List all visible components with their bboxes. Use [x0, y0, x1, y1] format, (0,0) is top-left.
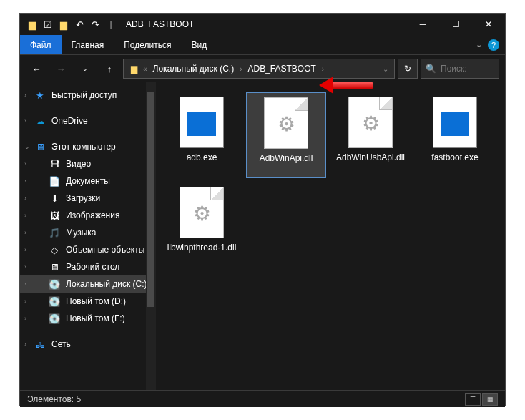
window-controls: ─ ☐ ✕: [406, 14, 505, 35]
dll-icon: ⚙: [180, 187, 224, 238]
sidebar-item[interactable]: › 🖼 Изображения: [20, 207, 156, 224]
sidebar-item[interactable]: › ◇ Объемные объекты: [20, 241, 156, 258]
tab-home[interactable]: Главная: [62, 35, 114, 54]
address-bar[interactable]: ▆ « Локальный диск (C:) › ADB_FASTBOOT ›…: [123, 59, 395, 79]
sidebar-item[interactable]: › 💽 Новый том (D:): [20, 293, 156, 310]
expand-icon[interactable]: ›: [24, 315, 26, 322]
maximize-button[interactable]: ☐: [439, 14, 472, 35]
properties-icon[interactable]: ☑: [40, 16, 56, 32]
redo-icon[interactable]: ↷: [87, 16, 103, 32]
sidebar-item[interactable]: › 🎵 Музыка: [20, 224, 156, 241]
file-item[interactable]: ⚙AdbWinApi.dll: [246, 92, 326, 178]
tab-view[interactable]: Вид: [181, 35, 217, 54]
tab-share[interactable]: Поделиться: [114, 35, 181, 54]
sidebar-item-label: Объемные объекты: [66, 245, 144, 255]
qat-dropdown-icon[interactable]: |: [103, 16, 119, 32]
file-item[interactable]: adb.exe: [162, 92, 242, 178]
address-dropdown-icon[interactable]: ⌄: [383, 65, 391, 73]
minimize-button[interactable]: ─: [406, 14, 439, 35]
expand-icon[interactable]: ›: [24, 263, 26, 270]
close-button[interactable]: ✕: [472, 14, 505, 35]
folder-icon: ▆: [24, 16, 40, 32]
item-icon: 💽: [49, 278, 60, 290]
nav-forward-button[interactable]: →: [50, 59, 72, 79]
computer-icon: 🖥: [34, 141, 46, 152]
explorer-window: ▆ ☑ ▆ ↶ ↷ | ADB_FASTBOOT ─ ☐ ✕ Файл Глав…: [19, 13, 506, 406]
nav-recent-dropdown[interactable]: ⌄: [74, 59, 96, 79]
expand-icon[interactable]: ›: [24, 117, 26, 124]
sidebar-item[interactable]: › 🖥 Рабочий стол: [20, 258, 156, 275]
search-placeholder: Поиск:: [441, 64, 467, 74]
sidebar-item-label: Быстрый доступ: [51, 90, 117, 100]
view-details-button[interactable]: ☰: [465, 393, 481, 406]
view-icons-button[interactable]: ▦: [482, 393, 498, 406]
breadcrumb-chevron-icon: ›: [238, 65, 243, 73]
expand-icon[interactable]: ›: [24, 92, 26, 99]
expand-icon[interactable]: ›: [24, 246, 26, 253]
nav-back-button[interactable]: ←: [26, 59, 47, 79]
sidebar-item-label: Новый том (F:): [66, 313, 125, 323]
network-icon: 🖧: [34, 338, 46, 350]
sidebar-item-label: Видео: [66, 159, 91, 169]
expand-icon[interactable]: ›: [24, 195, 26, 202]
sidebar-item-label: Сеть: [51, 339, 71, 349]
scrollbar-thumb[interactable]: [147, 92, 154, 307]
breadcrumb-folder-icon[interactable]: ▆: [127, 64, 142, 74]
ribbon-expand-icon[interactable]: ⌄: [476, 40, 482, 49]
cloud-icon: ☁: [34, 115, 46, 127]
item-icon: 🎵: [49, 227, 60, 238]
breadcrumb-chevron-icon[interactable]: «: [142, 65, 149, 73]
sidebar-onedrive[interactable]: › ☁ OneDrive: [20, 112, 156, 130]
titlebar[interactable]: ▆ ☑ ▆ ↶ ↷ | ADB_FASTBOOT ─ ☐ ✕: [20, 14, 505, 35]
collapse-icon[interactable]: ⌄: [24, 143, 30, 150]
item-icon: ⬇: [49, 192, 60, 204]
nav-up-button[interactable]: ↑: [99, 59, 120, 79]
file-content-area[interactable]: adb.exe⚙AdbWinApi.dll⚙AdbWinUsbApi.dllfa…: [156, 82, 505, 390]
item-icon: 🖼: [49, 210, 60, 221]
sidebar-quick-access[interactable]: › ★ Быстрый доступ: [20, 87, 156, 104]
sidebar-item-label: Изображения: [66, 210, 119, 220]
undo-icon[interactable]: ↶: [72, 16, 87, 32]
main-area: › ★ Быстрый доступ › ☁ OneDrive ⌄ 🖥 Этот…: [20, 82, 505, 390]
expand-icon[interactable]: ›: [24, 212, 26, 219]
dll-icon: ⚙: [348, 97, 393, 148]
expand-icon[interactable]: ›: [24, 341, 26, 348]
dll-icon: ⚙: [264, 97, 308, 149]
item-icon: 💽: [49, 296, 60, 307]
expand-icon[interactable]: ›: [24, 160, 26, 167]
file-item[interactable]: ⚙libwinpthread-1.dll: [162, 182, 242, 268]
search-input[interactable]: 🔍 Поиск:: [421, 59, 499, 79]
sidebar-item[interactable]: › 💽 Новый том (F:): [20, 310, 156, 327]
tab-file[interactable]: Файл: [20, 35, 62, 54]
navigation-pane: › ★ Быстрый доступ › ☁ OneDrive ⌄ 🖥 Этот…: [20, 82, 156, 390]
quick-access-toolbar: ▆ ☑ ▆ ↶ ↷ |: [20, 16, 119, 32]
sidebar-item[interactable]: › 🎞 Видео: [20, 155, 156, 172]
window-title: ADB_FASTBOOT: [126, 19, 194, 29]
status-bar: Элементов: 5 ☰ ▦: [20, 390, 505, 407]
expand-icon[interactable]: ›: [24, 298, 26, 305]
file-item[interactable]: ⚙AdbWinUsbApi.dll: [330, 92, 411, 178]
new-folder-icon[interactable]: ▆: [56, 16, 72, 32]
sidebar-item-label: OneDrive: [51, 116, 88, 126]
breadcrumb-segment[interactable]: Локальный диск (C:): [149, 64, 239, 74]
sidebar-network[interactable]: › 🖧 Сеть: [20, 336, 156, 353]
item-icon: 🖥: [49, 261, 60, 273]
exe-icon: [433, 97, 477, 148]
star-icon: ★: [34, 89, 46, 101]
file-item[interactable]: fastboot.exe: [415, 92, 495, 178]
sidebar-item-label: Музыка: [66, 228, 96, 238]
scrollbar-vertical[interactable]: [146, 82, 156, 390]
sidebar-item[interactable]: › ⬇ Загрузки: [20, 190, 156, 207]
expand-icon[interactable]: ›: [24, 229, 26, 236]
item-icon: 💽: [49, 313, 60, 324]
expand-icon[interactable]: ›: [24, 177, 26, 185]
sidebar-item[interactable]: › 📄 Документы: [20, 172, 156, 190]
sidebar-this-pc[interactable]: ⌄ 🖥 Этот компьютер: [20, 138, 156, 155]
breadcrumb-segment[interactable]: ADB_FASTBOOT: [243, 64, 320, 74]
sidebar-item[interactable]: › 💽 Локальный диск (C:): [20, 275, 156, 293]
refresh-button[interactable]: ↻: [398, 59, 418, 79]
exe-icon: [180, 97, 224, 148]
help-icon[interactable]: ?: [488, 39, 499, 51]
expand-icon[interactable]: ›: [24, 280, 26, 288]
status-item-count: Элементов: 5: [27, 394, 81, 404]
